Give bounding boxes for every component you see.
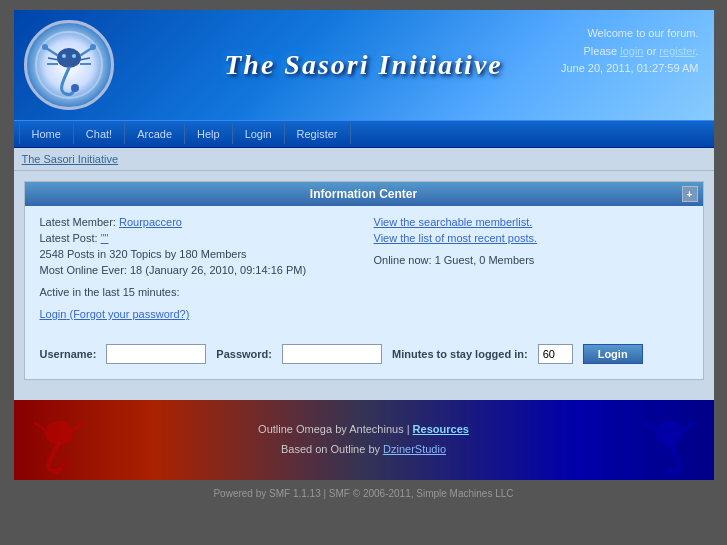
- password-input[interactable]: [282, 344, 382, 364]
- latest-member-link[interactable]: Rourpaccero: [119, 216, 182, 228]
- active-label: Active in the last 15 minutes:: [40, 286, 354, 298]
- svg-line-20: [683, 422, 694, 430]
- latest-post-link[interactable]: "": [101, 232, 109, 244]
- recent-posts-link[interactable]: View the list of most recent posts.: [374, 232, 538, 244]
- login-forgot-link[interactable]: Login (Forgot your password?): [40, 308, 190, 320]
- nav-login[interactable]: Login: [233, 124, 285, 144]
- main-content: Information Center + Latest Member: Rour…: [14, 171, 714, 400]
- nav-chat[interactable]: Chat!: [74, 124, 125, 144]
- footer-banner: Outline Omega by Antechinus | Resources …: [14, 400, 714, 480]
- nav-register[interactable]: Register: [285, 124, 351, 144]
- svg-line-15: [34, 422, 45, 430]
- minutes-label: Minutes to stay logged in:: [392, 348, 528, 360]
- footer-line2: Based on Outline by DzinerStudio: [258, 440, 469, 460]
- info-left-panel: Latest Member: Rourpaccero Latest Post: …: [40, 216, 354, 324]
- nav-help[interactable]: Help: [185, 124, 233, 144]
- header: The Sasori Initiative Welcome to our for…: [14, 10, 714, 120]
- login-link[interactable]: login: [620, 45, 643, 57]
- banner-scorpion-right-icon: [634, 405, 704, 475]
- username-input[interactable]: [106, 344, 206, 364]
- footer-banner-text: Outline Omega by Antechinus | Resources …: [258, 420, 469, 460]
- breadcrumb-link[interactable]: The Sasori Initiative: [22, 153, 119, 165]
- banner-left-deco: [24, 405, 94, 475]
- svg-point-14: [58, 459, 68, 469]
- latest-post-line: Latest Post: "": [40, 232, 354, 244]
- nav-home[interactable]: Home: [19, 124, 74, 144]
- header-welcome: Welcome to our forum. Please login or re…: [561, 25, 699, 78]
- username-label: Username:: [40, 348, 97, 360]
- memberlist-link[interactable]: View the searchable memberlist.: [374, 216, 533, 228]
- latest-member-line: Latest Member: Rourpaccero: [40, 216, 354, 228]
- login-line: Login (Forgot your password?): [40, 308, 354, 320]
- info-center: Information Center + Latest Member: Rour…: [24, 181, 704, 380]
- password-label: Password:: [216, 348, 272, 360]
- login-form: Username: Password: Minutes to stay logg…: [25, 334, 703, 379]
- navbar: Home Chat! Arcade Help Login Register: [14, 120, 714, 148]
- most-online-line: Most Online Ever: 18 (January 26, 2010, …: [40, 264, 354, 276]
- nav-arcade[interactable]: Arcade: [125, 124, 185, 144]
- recent-posts-link-line: View the list of most recent posts.: [374, 232, 688, 244]
- svg-line-19: [644, 422, 655, 430]
- banner-right-deco: [634, 405, 704, 475]
- info-center-header: Information Center +: [25, 182, 703, 206]
- svg-point-10: [71, 84, 79, 92]
- svg-line-16: [73, 422, 84, 430]
- stats-line: 2548 Posts in 320 Topics by 180 Members: [40, 248, 354, 260]
- breadcrumb: The Sasori Initiative: [14, 148, 714, 171]
- info-center-body: Latest Member: Rourpaccero Latest Post: …: [25, 206, 703, 334]
- banner-scorpion-left-icon: [24, 405, 94, 475]
- dziner-link[interactable]: DzinerStudio: [383, 443, 446, 455]
- svg-point-18: [660, 459, 670, 469]
- online-now-line: Online now: 1 Guest, 0 Members: [374, 254, 688, 266]
- footer-bottom: Powered by SMF 1.1.13 | SMF © 2006-2011,…: [14, 480, 714, 507]
- register-link[interactable]: register: [659, 45, 695, 57]
- login-button[interactable]: Login: [583, 344, 643, 364]
- expand-button[interactable]: +: [682, 186, 698, 202]
- info-right-panel: View the searchable memberlist. View the…: [374, 216, 688, 324]
- footer-line1: Outline Omega by Antechinus | Resources: [258, 420, 469, 440]
- resources-link[interactable]: Resources: [413, 423, 469, 435]
- memberlist-link-line: View the searchable memberlist.: [374, 216, 688, 228]
- minutes-input[interactable]: [538, 344, 573, 364]
